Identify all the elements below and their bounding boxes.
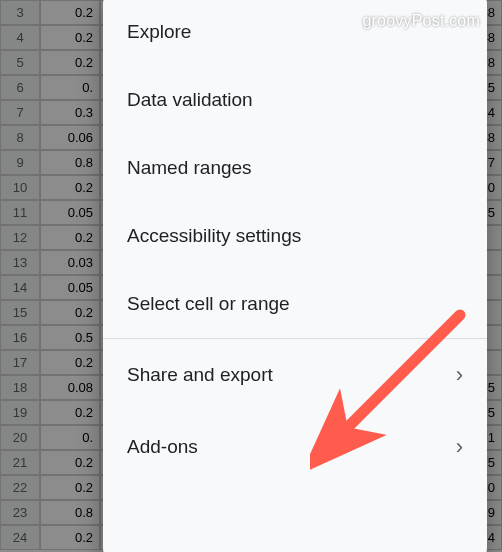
menu-item-label: Named ranges (127, 157, 463, 179)
row-header: 3 (0, 0, 40, 25)
row-header: 8 (0, 125, 40, 150)
row-header: 22 (0, 475, 40, 500)
row-header: 14 (0, 275, 40, 300)
row-header: 23 (0, 500, 40, 525)
cell: 0. (40, 425, 100, 450)
menu-item-label: Share and export (127, 364, 446, 386)
menu-item-data-validation[interactable]: Data validation (103, 66, 487, 134)
menu-item-explore[interactable]: Explore (103, 0, 487, 66)
row-header: 5 (0, 50, 40, 75)
cell: 0.2 (40, 350, 100, 375)
row-header: 4 (0, 25, 40, 50)
cell: 0.2 (40, 450, 100, 475)
cell: 0.05 (40, 275, 100, 300)
row-header: 15 (0, 300, 40, 325)
menu-item-named-ranges[interactable]: Named ranges (103, 134, 487, 202)
row-header: 24 (0, 525, 40, 550)
cell: 0.08 (40, 375, 100, 400)
row-header: 10 (0, 175, 40, 200)
cell: 0.8 (40, 150, 100, 175)
menu-item-label: Select cell or range (127, 293, 463, 315)
cell: 0.2 (40, 475, 100, 500)
chevron-right-icon: › (456, 434, 463, 460)
cell: 0.2 (40, 0, 100, 25)
menu-item-select-cell-or-range[interactable]: Select cell or range (103, 270, 487, 338)
row-header: 11 (0, 200, 40, 225)
cell: 0.2 (40, 400, 100, 425)
row-header: 20 (0, 425, 40, 450)
row-header: 19 (0, 400, 40, 425)
row-header: 6 (0, 75, 40, 100)
cell: 0.05 (40, 200, 100, 225)
row-header: 18 (0, 375, 40, 400)
cell: 0.2 (40, 175, 100, 200)
cell: 0.3 (40, 100, 100, 125)
menu-item-add-ons[interactable]: Add-ons› (103, 411, 487, 483)
cell: 0.2 (40, 525, 100, 550)
watermark: groovyPost.com (362, 12, 480, 30)
row-header: 16 (0, 325, 40, 350)
row-header: 12 (0, 225, 40, 250)
menu-item-accessibility-settings[interactable]: Accessibility settings (103, 202, 487, 270)
cell: 0. (40, 75, 100, 100)
menu-item-share-and-export[interactable]: Share and export› (103, 339, 487, 411)
cell: 0.06 (40, 125, 100, 150)
row-header: 9 (0, 150, 40, 175)
cell: 0.8 (40, 500, 100, 525)
menu-item-label: Accessibility settings (127, 225, 463, 247)
cell: 0.2 (40, 25, 100, 50)
row-header: 21 (0, 450, 40, 475)
cell: 0.2 (40, 300, 100, 325)
cell: 0.03 (40, 250, 100, 275)
context-menu: ExploreData validationNamed rangesAccess… (103, 0, 487, 552)
menu-item-label: Add-ons (127, 436, 446, 458)
cell: 0.5 (40, 325, 100, 350)
row-header: 13 (0, 250, 40, 275)
cell: 0.2 (40, 50, 100, 75)
cell: 0.2 (40, 225, 100, 250)
row-header: 17 (0, 350, 40, 375)
row-header: 7 (0, 100, 40, 125)
menu-item-label: Data validation (127, 89, 463, 111)
chevron-right-icon: › (456, 362, 463, 388)
